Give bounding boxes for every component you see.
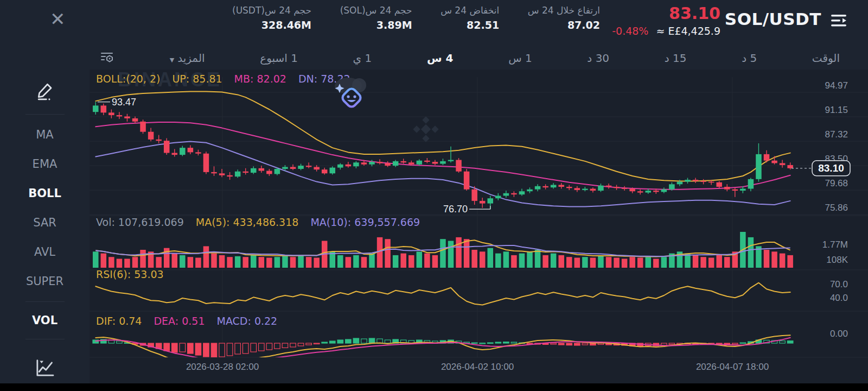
indicator-sidebar: MAEMABOLLSARAVLSUPERVOL xyxy=(0,70,90,383)
last-price: 83.10 xyxy=(612,4,720,23)
svg-text:83.10: 83.10 xyxy=(818,162,844,174)
sidebar-divider xyxy=(25,114,65,115)
sidebar-item-ma[interactable]: MA xyxy=(36,120,53,149)
timeframe-4 س[interactable]: 4 س xyxy=(427,52,453,65)
timeframe-bar: الوقت5 د15 د30 د1 س4 س1 ي1 اسبوعالمزيد▼ xyxy=(90,47,868,70)
timeframe-1 ي[interactable]: 1 ي xyxy=(353,52,372,65)
price-change-percent: -0.48% xyxy=(612,25,648,37)
svg-text:76.70: 76.70 xyxy=(443,204,468,215)
svg-text:40.0: 40.0 xyxy=(830,293,848,303)
sidebar-divider xyxy=(25,301,65,302)
stat-value: 87.02 xyxy=(567,19,600,31)
svg-text:87.32: 87.32 xyxy=(825,129,848,140)
svg-text:75.86: 75.86 xyxy=(825,203,848,213)
sidebar-divider xyxy=(25,339,65,339)
sub-chart-select-icon[interactable] xyxy=(34,357,56,381)
sidebar-item-ema[interactable]: EMA xyxy=(33,149,58,179)
sidebar-item-boll[interactable]: BOLL xyxy=(28,179,61,208)
timeframe-15 د[interactable]: 15 د xyxy=(665,52,687,65)
stat-label: حجم 24 س(SOL) xyxy=(340,5,412,16)
stat-label: انخفاض 24 س xyxy=(441,5,499,16)
sidebar-item-avl[interactable]: AVL xyxy=(34,237,55,267)
indicator-settings-icon[interactable] xyxy=(99,49,114,67)
chart-area: BINANCE94.9791.1587.3283.5079.6875.861.7… xyxy=(90,70,868,383)
chevron-down-icon: ▼ xyxy=(170,56,174,64)
close-button[interactable]: ✕ xyxy=(50,10,66,28)
trading-app: ✕ حجم 24 س(USDT)328.46Mحجم 24 س(SOL)3.89… xyxy=(0,0,868,383)
sidebar-item-sar[interactable]: SAR xyxy=(33,208,56,237)
header: ✕ حجم 24 س(USDT)328.46Mحجم 24 س(SOL)3.89… xyxy=(0,0,868,47)
svg-text:91.15: 91.15 xyxy=(825,105,848,115)
svg-text:93.47: 93.47 xyxy=(112,97,136,108)
timeframe-30 د[interactable]: 30 د xyxy=(587,52,609,65)
stat-value: 3.89M xyxy=(376,19,412,31)
ticker-stats: حجم 24 س(USDT)328.46Mحجم 24 س(SOL)3.89Mا… xyxy=(232,5,600,31)
svg-text:108K: 108K xyxy=(826,255,848,265)
svg-text:2026-04-02 10:00: 2026-04-02 10:00 xyxy=(441,362,514,372)
stat-value: 82.51 xyxy=(467,19,499,31)
stat-value: 328.46M xyxy=(261,19,311,31)
stat-3: ارتفاع خلال 24 س87.02 xyxy=(528,5,600,31)
ai-assistant-button[interactable] xyxy=(332,77,371,115)
timeframe-more-dropdown[interactable]: المزيد▼ xyxy=(170,52,205,65)
svg-text:0.00: 0.00 xyxy=(830,329,848,339)
sidebar-item-vol[interactable]: VOL xyxy=(32,307,58,333)
binance-watermark xyxy=(413,116,438,142)
timeframe-الوقت[interactable]: الوقت xyxy=(812,52,840,65)
svg-text:2026-03-28 02:00: 2026-03-28 02:00 xyxy=(186,362,259,372)
stat-label: حجم 24 س(USDT) xyxy=(232,5,311,16)
timeframe-5 د[interactable]: 5 د xyxy=(742,52,757,65)
sidebar-item-super[interactable]: SUPER xyxy=(26,267,63,296)
stat-label: ارتفاع خلال 24 س xyxy=(528,5,600,16)
orderbook-menu-icon[interactable] xyxy=(830,13,848,30)
stat-0: حجم 24 س(USDT)328.46M xyxy=(232,5,311,31)
more-label: المزيد xyxy=(177,52,205,65)
price-block: 83.10 -0.48% ≈ E£4,425.9 xyxy=(612,4,720,37)
fiat-equivalent: ≈ E£4,425.9 xyxy=(656,25,720,37)
symbol-title: SOL/USDT xyxy=(725,9,821,29)
timeframe-1 اسبوع[interactable]: 1 اسبوع xyxy=(260,52,298,65)
svg-text:79.68: 79.68 xyxy=(825,178,848,188)
draw-pencil-icon[interactable] xyxy=(34,80,56,103)
svg-text:70.0: 70.0 xyxy=(830,279,848,289)
svg-text:BINANCE: BINANCE xyxy=(118,70,222,91)
timeframe-1 س[interactable]: 1 س xyxy=(508,52,532,65)
stat-2: انخفاض 24 س82.51 xyxy=(441,5,499,31)
svg-text:94.97: 94.97 xyxy=(825,80,848,91)
svg-text:2026-04-07 18:00: 2026-04-07 18:00 xyxy=(696,362,769,372)
stat-1: حجم 24 س(SOL)3.89M xyxy=(340,5,412,31)
svg-text:1.77M: 1.77M xyxy=(822,239,848,250)
price-chart-canvas[interactable]: BINANCE94.9791.1587.3283.5079.6875.861.7… xyxy=(90,70,868,383)
